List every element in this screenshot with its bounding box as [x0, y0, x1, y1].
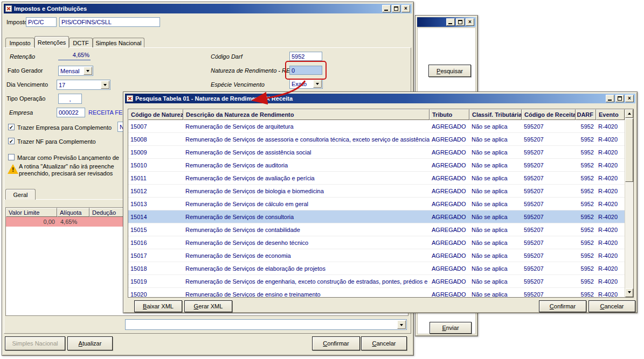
- cell-tributo: AGREGADO: [430, 146, 469, 158]
- simples-nacional-button[interactable]: Simples Nacional: [5, 336, 65, 350]
- scroll-down-button[interactable]: [625, 288, 633, 297]
- cell-receita: 595207: [522, 133, 576, 145]
- pesquisa-window-titlebar[interactable]: Pesquisa Tabela 01 - Natureza de Rendime…: [125, 94, 635, 103]
- especie-vencimento-combo[interactable]: Exato: [289, 79, 323, 89]
- tab-simples-nacional[interactable]: Simples Nacional: [93, 38, 144, 48]
- column-header-tributo[interactable]: Tributo: [430, 109, 469, 120]
- tab-geral[interactable]: Geral: [5, 189, 36, 200]
- close-button[interactable]: ×: [466, 18, 474, 26]
- table-row-partial[interactable]: 15020Remuneração de Serviços de ensino e…: [128, 288, 625, 297]
- cell-receita: 595207: [522, 275, 576, 287]
- dropdown-button[interactable]: [84, 67, 92, 75]
- fato-gerador-combo[interactable]: Mensal: [58, 66, 93, 76]
- maximize-button[interactable]: [456, 18, 465, 26]
- maximize-button[interactable]: [615, 95, 624, 102]
- cell-descricao: Remuneração de Serviços de elaboração de…: [183, 262, 430, 274]
- cell-tributo: AGREGADO: [430, 236, 469, 249]
- column-header-codigo-natureza[interactable]: Código de Natureza: [128, 109, 183, 120]
- cell-classif: Não se aplica: [469, 210, 522, 223]
- table-row[interactable]: 15012Remuneração de Serviços de biologia…: [128, 185, 625, 198]
- trazer-empresa-checkbox[interactable]: ✓: [8, 124, 15, 130]
- cancelar-button[interactable]: Cancelar: [361, 336, 407, 350]
- cell-tributo: AGREGADO: [430, 185, 469, 197]
- cell-evento: R-4020: [596, 172, 625, 184]
- table-row[interactable]: 15009Remuneração de Serviços de assistên…: [128, 146, 625, 159]
- table-row[interactable]: 15008Remuneração de Serviços de assessor…: [128, 133, 625, 146]
- table-row[interactable]: 15007Remuneração de Serviços de arquitet…: [128, 120, 625, 133]
- imposto-code-field[interactable]: P/C/C: [26, 17, 57, 27]
- empresa-code-field[interactable]: 000022: [57, 108, 85, 117]
- scrollbar-thumb[interactable]: [625, 118, 633, 182]
- confirmar-button[interactable]: Confirmar: [312, 336, 360, 350]
- column-header-darf[interactable]: DARF: [576, 109, 596, 120]
- minimize-button[interactable]: [446, 18, 455, 26]
- cell-codigo: 15020: [128, 288, 183, 297]
- empresa-label: Empresa: [9, 109, 33, 116]
- column-header-codigo-receita[interactable]: Código de Receita: [522, 109, 576, 120]
- check-icon: ✓: [9, 138, 13, 144]
- dropdown-button[interactable]: [101, 81, 109, 89]
- impostos-window-titlebar[interactable]: Impostos e Contribuições ×: [4, 4, 412, 13]
- close-button[interactable]: ×: [625, 95, 634, 102]
- tab-imposto[interactable]: Imposto: [5, 38, 34, 48]
- close-icon: ×: [402, 5, 410, 12]
- dropdown-button[interactable]: [397, 320, 406, 329]
- enviar-button[interactable]: Enviar: [430, 322, 472, 334]
- pesquisar-button[interactable]: Pesquisar: [428, 65, 471, 77]
- cell-tributo: AGREGADO: [430, 275, 469, 287]
- bottom-combo[interactable]: [125, 319, 407, 330]
- table-row[interactable]: 15017Remuneração de Serviços de economia…: [128, 249, 625, 262]
- cell-descricao: Remuneração de Serviços de desenho técni…: [183, 236, 430, 249]
- column-header-aliquota[interactable]: Alíquota: [57, 208, 89, 217]
- gerar-xml-button[interactable]: Gerar XML: [184, 300, 232, 312]
- table-row-selected[interactable]: 15014Remuneração de Serviços de consulto…: [128, 210, 625, 223]
- imposto-name-field[interactable]: PIS/COFINS/CSLL: [59, 17, 160, 27]
- cell-receita: 595207: [522, 120, 576, 132]
- column-header-deducao[interactable]: Dedução: [89, 208, 126, 217]
- cell-darf: 5952: [576, 275, 596, 287]
- vertical-scrollbar[interactable]: [625, 109, 633, 297]
- minimize-icon: [384, 10, 388, 11]
- cell-descricao: Remuneração de Serviços de consultoria: [183, 210, 430, 223]
- column-header-classif[interactable]: Classif. Tributária: [469, 109, 522, 120]
- column-header-evento[interactable]: Evento: [596, 109, 625, 120]
- tab-retencoes[interactable]: Retenções: [34, 36, 69, 48]
- maximize-button[interactable]: [392, 5, 400, 12]
- table-row[interactable]: 15016Remuneração de Serviços de desenho …: [128, 236, 625, 249]
- tipo-operacao-field[interactable]: ,: [58, 94, 82, 104]
- background-window-titlebar[interactable]: ×: [417, 17, 476, 27]
- tab-dctf[interactable]: DCTF: [69, 38, 93, 48]
- table-row[interactable]: 15015Remuneração de Serviços de contabil…: [128, 223, 625, 236]
- cell-codigo: 15010: [128, 159, 183, 171]
- confirmar-button[interactable]: Confirmar: [539, 300, 586, 312]
- table-row[interactable]: 15013Remuneração de Serviços de cálculo …: [128, 198, 625, 210]
- table-row[interactable]: 15019Remuneração de Serviços de engenhar…: [128, 275, 625, 288]
- cell-darf: 5952: [576, 249, 596, 262]
- column-header-descricao[interactable]: Descrição da Natureza de Rendimento: [183, 109, 430, 120]
- table-row[interactable]: 15010Remuneração de Serviços de auditori…: [128, 159, 625, 172]
- cell-evento: R-4020: [596, 275, 625, 287]
- close-button[interactable]: ×: [401, 5, 410, 12]
- previsao-lancamento-checkbox[interactable]: [8, 154, 15, 160]
- scroll-up-button[interactable]: [625, 109, 633, 118]
- cell-tributo: AGREGADO: [430, 159, 469, 171]
- trazer-nf-label: Trazer NF para Complemento: [17, 138, 96, 145]
- column-header-valor-limite[interactable]: Valor Limite: [6, 208, 57, 217]
- minimize-button[interactable]: [382, 5, 391, 12]
- cancelar-button[interactable]: Cancelar: [588, 300, 635, 312]
- codigo-darf-field[interactable]: 5952: [289, 52, 322, 61]
- dropdown-button[interactable]: [313, 80, 322, 88]
- cell-darf: 5952: [576, 236, 596, 249]
- cell-darf: 5952: [576, 120, 596, 132]
- minimize-button[interactable]: [606, 95, 614, 102]
- table-row[interactable]: 15011Remuneração de Serviços de avaliaçã…: [128, 172, 625, 185]
- minimize-icon: [608, 100, 612, 101]
- atualizar-button[interactable]: Atualizar: [67, 336, 113, 350]
- cell-tributo: AGREGADO: [430, 120, 469, 132]
- cell-codigo: 15008: [128, 133, 183, 145]
- fato-gerador-value: Mensal: [60, 68, 79, 74]
- trazer-nf-checkbox[interactable]: ✓: [8, 138, 15, 144]
- dia-vencimento-combo[interactable]: 17: [57, 80, 110, 90]
- table-row[interactable]: 15018Remuneração de Serviços de elaboraç…: [128, 262, 625, 275]
- baixar-xml-button[interactable]: Baixar XML: [134, 300, 182, 312]
